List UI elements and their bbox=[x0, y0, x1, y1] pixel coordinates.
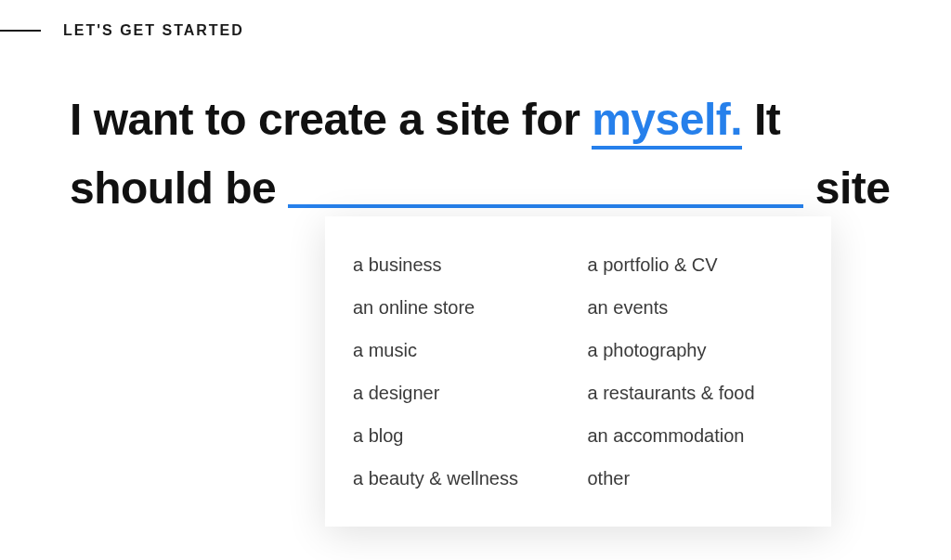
sentence-part-1: I want to create a site for bbox=[70, 95, 592, 144]
dropdown-option-online-store[interactable]: an online store bbox=[353, 296, 569, 319]
dropdown-option-business[interactable]: a business bbox=[353, 254, 569, 276]
sentence-part-3: site bbox=[803, 163, 891, 213]
site-type-slot[interactable] bbox=[288, 204, 803, 208]
dropdown-option-photography[interactable]: a photography bbox=[588, 339, 804, 361]
dropdown-option-accommodation[interactable]: an accommodation bbox=[588, 424, 804, 447]
dropdown-option-beauty[interactable]: a beauty & wellness bbox=[353, 467, 569, 489]
dropdown-option-other[interactable]: other bbox=[588, 467, 804, 489]
dropdown-option-portfolio[interactable]: a portfolio & CV bbox=[588, 254, 804, 276]
dropdown-option-designer[interactable]: a designer bbox=[353, 382, 569, 404]
dropdown-option-blog[interactable]: a blog bbox=[353, 424, 569, 447]
header-dash bbox=[0, 30, 41, 32]
dropdown-option-music[interactable]: a music bbox=[353, 339, 569, 361]
dropdown-option-events[interactable]: an events bbox=[588, 296, 804, 319]
audience-slot[interactable]: myself. bbox=[592, 95, 742, 150]
dropdown-option-restaurants[interactable]: a restaurants & food bbox=[588, 382, 804, 404]
site-type-dropdown: a business a portfolio & CV an online st… bbox=[325, 216, 831, 527]
page-header: LET'S GET STARTED bbox=[0, 22, 244, 39]
kicker-text: LET'S GET STARTED bbox=[63, 22, 244, 39]
onboarding-sentence: I want to create a site for myself. It s… bbox=[70, 85, 923, 224]
